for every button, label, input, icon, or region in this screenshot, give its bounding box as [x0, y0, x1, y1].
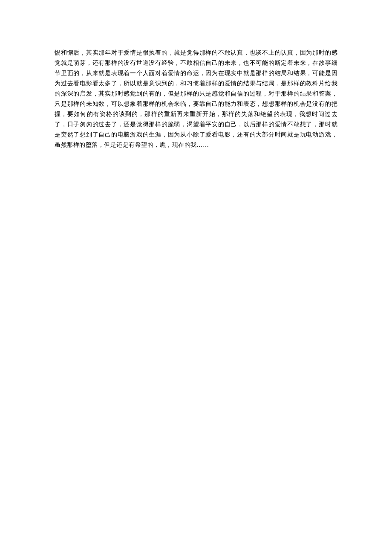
document-page: 惕和懈后，其实那年对于爱情是很执着的，就是觉得那样的不敢认真，也谈不上的认真，因…: [0, 0, 392, 150]
body-paragraph: 惕和懈后，其实那年对于爱情是很执着的，就是觉得那样的不敢认真，也谈不上的认真，因…: [55, 48, 337, 150]
